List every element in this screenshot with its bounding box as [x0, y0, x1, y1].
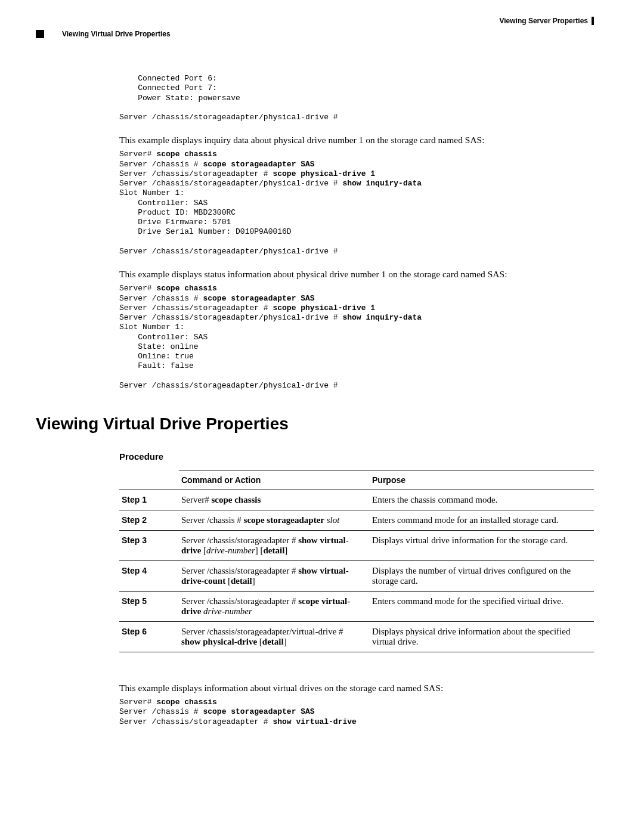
command-cell: Server# scope chassis [179, 490, 370, 510]
table-row: Step 2 Server /chassis # scope storagead… [119, 510, 594, 531]
purpose-cell: Displays the number of virtual drives co… [370, 561, 594, 592]
table-row: Step 6 Server /chassis/storageadapter/vi… [119, 622, 594, 652]
code-block-2: Server# scope chassis Server /chassis # … [119, 284, 594, 391]
table-row: Step 5 Server /chassis/storageadapter # … [119, 592, 594, 622]
purpose-cell: Displays virtual drive information for t… [370, 531, 594, 561]
table-header-command: Command or Action [179, 470, 370, 490]
command-cell: Server /chassis/storageadapter # show vi… [179, 531, 370, 561]
intro-paragraph-2: This example displays status information… [119, 268, 594, 280]
procedure-table: Command or Action Purpose Step 1 Server#… [119, 470, 594, 652]
section-heading: Viewing Virtual Drive Properties [36, 414, 594, 433]
step-label: Step 5 [119, 592, 179, 622]
purpose-cell: Enters command mode for an installed sto… [370, 510, 594, 531]
table-row: Step 1 Server# scope chassis Enters the … [119, 490, 594, 510]
table-row: Step 4 Server /chassis/storageadapter # … [119, 561, 594, 592]
table-header-purpose: Purpose [370, 470, 594, 490]
table-header-empty [119, 470, 179, 490]
step-label: Step 3 [119, 531, 179, 561]
step-label: Step 4 [119, 561, 179, 592]
code-block-3: Server# scope chassis Server /chassis # … [119, 698, 594, 727]
step-label: Step 6 [119, 622, 179, 652]
command-cell: Server /chassis # scope storageadapter s… [179, 510, 370, 531]
breadcrumb-label: Viewing Virtual Drive Properties [62, 30, 171, 38]
purpose-cell: Displays physical drive information abou… [370, 622, 594, 652]
header-divider-icon [592, 17, 594, 25]
intro-paragraph-1: This example displays inquiry data about… [119, 134, 594, 146]
table-row: Step 3 Server /chassis/storageadapter # … [119, 531, 594, 561]
purpose-cell: Enters the chassis command mode. [370, 490, 594, 510]
command-cell: Server /chassis/storageadapter # show vi… [179, 561, 370, 592]
command-cell: Server /chassis/storageadapter/virtual-d… [179, 622, 370, 652]
procedure-label: Procedure [119, 451, 594, 462]
command-cell: Server /chassis/storageadapter # scope v… [179, 592, 370, 622]
right-header-label: Viewing Server Properties [499, 17, 588, 25]
code-block-0: Connected Port 6: Connected Port 7: Powe… [119, 74, 594, 122]
step-label: Step 1 [119, 490, 179, 510]
section-marker-icon [36, 30, 44, 38]
step-label: Step 2 [119, 510, 179, 531]
purpose-cell: Enters command mode for the specified vi… [370, 592, 594, 622]
page-header-left: Viewing Virtual Drive Properties [36, 30, 594, 38]
code-block-1: Server# scope chassis Server /chassis # … [119, 150, 594, 256]
page-header-right: Viewing Server Properties [36, 17, 594, 25]
intro-paragraph-3: This example displays information about … [119, 682, 594, 694]
